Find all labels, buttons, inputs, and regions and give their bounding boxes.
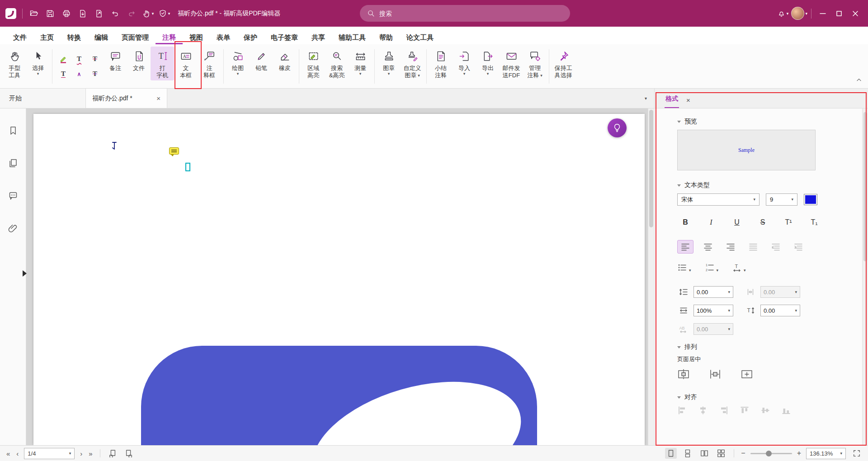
touch-mode-button[interactable]: ▾ — [140, 5, 156, 22]
font-family-select[interactable]: 宋体 ▾ — [677, 193, 760, 206]
justify-button[interactable] — [745, 240, 761, 254]
print-button[interactable] — [59, 5, 74, 22]
align-right-button[interactable] — [722, 240, 739, 254]
note-annotation-icon[interactable] — [169, 147, 179, 155]
account-button[interactable]: ▾ — [791, 5, 807, 22]
align-objects-left-button[interactable] — [677, 405, 687, 417]
strikeout-tool-button[interactable]: T — [88, 52, 102, 66]
increase-indent-button[interactable] — [790, 240, 807, 254]
menu-tab-esign[interactable]: 电子签章 — [264, 30, 305, 44]
maximize-button[interactable] — [831, 5, 847, 22]
menu-tab-home[interactable]: 主页 — [33, 30, 61, 44]
file-attachment-comment-button[interactable]: 文件 — [127, 47, 151, 73]
previous-view-button[interactable] — [107, 448, 118, 459]
textbox-tool-button[interactable]: A 文本框 — [174, 47, 198, 80]
expand-panel-handle[interactable] — [23, 270, 27, 277]
summarize-comments-button[interactable]: 小结注释 — [429, 47, 453, 80]
assistant-button[interactable] — [608, 118, 627, 137]
menu-tab-accessibility[interactable]: 辅助工具 — [332, 30, 373, 44]
menu-tab-help[interactable]: 帮助 — [373, 30, 400, 44]
zoom-slider-thumb[interactable] — [766, 451, 772, 456]
tab-list-dropdown-icon[interactable]: ▾ — [645, 96, 647, 101]
hand-tool-button[interactable]: 手型工具 — [3, 47, 26, 80]
menu-tab-share[interactable]: 共享 — [305, 30, 332, 44]
callout-tool-button[interactable]: 注释框 — [198, 47, 221, 80]
text-type-section-header[interactable]: 文本类型 — [677, 181, 857, 189]
center-both-button[interactable] — [741, 369, 753, 381]
text-direction-button[interactable]: T ▾ — [732, 263, 746, 273]
note-comment-button[interactable]: 备注 — [104, 47, 127, 73]
import-comments-button[interactable]: 导入▾ — [453, 47, 476, 77]
protect-status-button[interactable]: ▾ — [156, 5, 172, 22]
baseline-offset-input[interactable]: 0.00 ▾ — [760, 305, 800, 316]
center-vertical-button[interactable] — [709, 369, 722, 381]
vertical-scrollbar[interactable] — [648, 108, 654, 445]
bookmarks-panel-button[interactable] — [5, 123, 21, 138]
typewriter-text-field[interactable] — [185, 163, 190, 171]
align-objects-vcenter-button[interactable] — [760, 405, 770, 417]
manage-comments-button[interactable]: 管理注释▾ — [523, 47, 547, 80]
bullet-list-button[interactable]: ▾ — [677, 263, 691, 273]
drawing-tools-button[interactable]: 绘图▾ — [226, 47, 250, 77]
export-comments-button[interactable]: 导出▾ — [476, 47, 500, 77]
redo-button[interactable] — [124, 5, 139, 22]
collapse-ribbon-button[interactable] — [855, 77, 863, 85]
superscript-button[interactable]: T¹ — [780, 216, 797, 229]
comments-panel-button[interactable] — [5, 188, 21, 203]
align-section-header[interactable]: 对齐 — [677, 393, 857, 401]
eraser-tool-button[interactable]: 橡皮 — [273, 47, 297, 73]
next-page-button[interactable]: › — [79, 450, 83, 457]
align-left-button[interactable] — [677, 240, 693, 254]
document-tab-active[interactable]: 福昕办公.pdf * × — [86, 89, 167, 108]
app-logo[interactable] — [3, 5, 19, 22]
global-search-box[interactable] — [360, 5, 570, 22]
menu-tab-paper-tools[interactable]: 论文工具 — [400, 30, 440, 44]
align-objects-hcenter-button[interactable] — [698, 405, 708, 417]
menu-tab-comment[interactable]: 注释 — [156, 30, 183, 44]
menu-tab-convert[interactable]: 转换 — [61, 30, 88, 44]
area-highlight-button[interactable]: 区域高亮 — [302, 47, 325, 80]
pencil-tool-button[interactable]: 铅笔 — [250, 47, 273, 73]
page-number-input[interactable]: 1/4 ▾ — [24, 448, 75, 459]
single-page-view-button[interactable] — [665, 448, 677, 459]
underline-tool-button[interactable]: T — [56, 67, 71, 81]
close-panel-icon[interactable]: × — [686, 96, 690, 108]
custom-stamp-button[interactable]: 自定义图章▾ — [401, 47, 424, 80]
continuous-view-button[interactable] — [682, 448, 693, 459]
zoom-slider[interactable] — [750, 453, 792, 454]
font-size-select[interactable]: 9 ▾ — [766, 193, 797, 206]
strikethrough-button[interactable]: S — [755, 216, 771, 229]
previous-page-button[interactable]: ‹ — [15, 450, 19, 457]
format-tab[interactable]: 格式 — [665, 90, 679, 108]
align-objects-right-button[interactable] — [719, 405, 729, 417]
zoom-out-button[interactable]: − — [741, 449, 745, 457]
center-horizontal-button[interactable] — [677, 369, 690, 381]
close-window-button[interactable] — [848, 5, 863, 22]
bold-button[interactable]: B — [677, 216, 693, 229]
save-button[interactable] — [42, 5, 58, 22]
menu-tab-page-manage[interactable]: 页面管理 — [115, 30, 156, 44]
menu-tab-view[interactable]: 视图 — [183, 30, 210, 44]
attachments-panel-button[interactable] — [5, 221, 21, 236]
pdf-page[interactable] — [33, 114, 645, 445]
subscript-button[interactable]: T₁ — [806, 216, 822, 229]
panel-scrollbar[interactable] — [862, 108, 868, 445]
align-objects-top-button[interactable] — [740, 405, 750, 417]
underline-button[interactable]: U — [729, 216, 745, 229]
decrease-indent-button[interactable] — [768, 240, 784, 254]
menu-tab-protect[interactable]: 保护 — [237, 30, 264, 44]
keep-tool-selected-button[interactable]: 保持工具选择 — [552, 47, 575, 80]
scrollbar-thumb[interactable] — [649, 110, 653, 227]
first-page-button[interactable]: « — [5, 450, 11, 457]
close-tab-icon[interactable]: × — [156, 95, 160, 102]
align-objects-bottom-button[interactable] — [781, 405, 791, 417]
facing-continuous-view-button[interactable] — [715, 448, 727, 459]
search-highlight-button[interactable]: 搜索&高亮 — [325, 47, 349, 80]
replace-text-tool-button[interactable]: T — [88, 67, 102, 81]
line-spacing-input[interactable]: 0.00 ▾ — [693, 286, 733, 298]
facing-view-button[interactable] — [698, 448, 710, 459]
minimize-button[interactable] — [815, 5, 830, 22]
fullscreen-button[interactable] — [851, 448, 863, 459]
horizontal-scale-input[interactable]: 100% ▾ — [693, 305, 733, 316]
align-center-button[interactable] — [700, 240, 716, 254]
